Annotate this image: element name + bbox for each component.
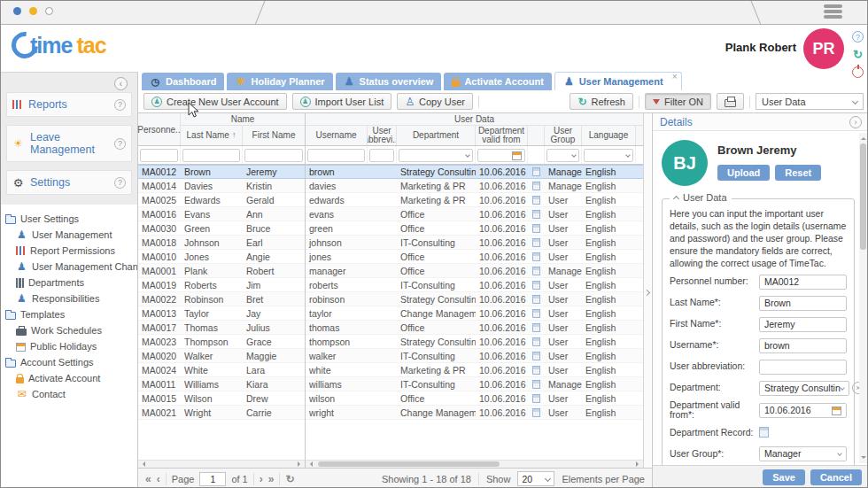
fieldset-legend[interactable]: User Data [670,192,732,203]
scroll-down-icon[interactable] [861,456,866,461]
column-header-language[interactable]: Language [582,126,636,145]
table-row[interactable]: thompson Strategy Consulting 10.06.2016 … [306,335,643,349]
upload-button[interactable]: Upload [717,165,770,181]
last-page-icon[interactable]: » [268,473,275,485]
table-row[interactable]: green Office 10.06.2016 User English [306,221,643,236]
department-select[interactable]: Strategy Consultin [759,381,849,396]
sidebar-tree-item[interactable]: Work Schedules [1,322,137,338]
column-header-first-name[interactable]: First Name [243,126,305,145]
section-help-icon[interactable] [114,99,126,111]
close-icon[interactable] [672,72,678,81]
window-dot-yellow-icon[interactable] [29,7,37,15]
first-page-icon[interactable]: « [145,473,151,485]
table-row[interactable]: MA0023 Thompson Grace [138,335,305,349]
refresh-icon[interactable] [852,49,864,60]
record-icon[interactable] [532,267,540,275]
table-row[interactable]: MA0019 Roberts Jim [138,278,305,292]
sidebar-tree-item[interactable]: Activate Account [1,370,137,386]
sidebar-tree-item[interactable]: User Settings [1,211,137,227]
section-help-icon[interactable] [114,177,126,189]
last-name-field[interactable]: Brown [759,296,847,311]
table-row[interactable]: MA0017 Thomas Julius [138,321,305,335]
record-icon[interactable] [532,352,540,360]
sidebar-tree-item[interactable]: Account Settings [1,354,137,370]
record-icon[interactable] [532,380,540,389]
record-icon[interactable] [532,281,540,290]
table-row[interactable]: MA0024 White Lara [138,363,305,377]
column-header-record[interactable] [528,126,545,145]
details-scrollbar[interactable] [859,133,867,463]
sidebar-tree-item[interactable]: Responsibilities [1,290,137,306]
column-header-personnel[interactable]: Personne.. [138,113,181,145]
first-name-field[interactable]: Jeremy [759,317,847,332]
table-row[interactable]: manager Office 10.06.2016 Manager Englis… [306,264,643,278]
cancel-button[interactable]: Cancel [810,469,862,485]
record-icon[interactable] [532,238,540,247]
copy-user-button[interactable]: Copy User [397,93,473,110]
sidebar-tree-item[interactable]: Public Holidays [1,338,137,354]
sidebar-tree-item[interactable]: Contact [1,386,137,402]
table-row[interactable]: MA0012 Brown Jeremy [138,165,305,179]
scroll-right-icon[interactable] [298,461,303,467]
record-icon[interactable] [532,182,540,190]
column-header-department[interactable]: Department [397,126,476,145]
h-scrollbar-scroll[interactable] [306,460,643,468]
sidebar-tree-item[interactable]: User Management Changelog [1,259,137,275]
calendar-icon[interactable] [832,407,841,415]
record-icon[interactable] [532,408,540,417]
record-icon[interactable] [532,196,540,205]
table-row[interactable]: johnson IT-Consulting 10.06.2016 User En… [306,236,643,250]
next-page-icon[interactable]: › [260,473,263,485]
record-icon[interactable] [532,252,540,261]
table-row[interactable]: edwards Marketing & PR 10.06.2016 User E… [306,193,643,207]
record-icon[interactable] [532,309,540,318]
filter-first-name-input[interactable] [244,149,303,162]
sidebar-tree-item[interactable]: Departments [1,275,137,290]
filter-department-select[interactable] [399,149,473,162]
scroll-left-icon[interactable] [140,461,145,467]
table-row[interactable]: MA0013 Taylor Jay [138,306,305,321]
tab[interactable]: User Management [554,72,682,90]
table-row[interactable]: evans Office 10.06.2016 User English [306,207,643,221]
scroll-right-icon[interactable] [636,461,641,467]
tab[interactable]: Activate Account [444,73,551,90]
import-user-list-button[interactable]: Import User List [292,93,392,110]
table-row[interactable]: MA0016 Evans Ann [138,207,305,221]
filter-user-group-select[interactable] [546,149,579,162]
record-icon[interactable] [532,210,540,219]
sidebar-tree-item[interactable]: Report Permissions [1,243,137,259]
column-header-abbreviation[interactable]: User abbrevi... [368,126,397,145]
table-row[interactable]: MA0015 Wilson Drew [138,391,305,406]
sidebar-section[interactable]: Leave Management [6,125,132,162]
h-scrollbar-frozen[interactable] [138,460,305,468]
username-field[interactable]: brown [759,338,847,353]
table-row[interactable]: davies Marketing & PR 10.06.2016 Manager… [306,179,643,193]
table-row[interactable]: white Marketing & PR 10.06.2016 User Eng… [306,363,643,377]
tab[interactable]: Holiday Planner [227,73,332,90]
record-icon[interactable] [759,427,769,438]
scroll-up-icon[interactable] [861,135,866,140]
filter-last-name-input[interactable] [182,149,240,162]
table-row[interactable]: MA0025 Edwards Gerald [138,193,305,207]
personnel-number-field[interactable]: MA0012 [759,275,847,290]
table-row[interactable]: wright Change Management 10.06.2016 User… [306,406,643,420]
table-row[interactable]: MA0021 Wright Carrie [138,406,305,420]
window-dot-white-icon[interactable] [45,7,53,15]
record-icon[interactable] [532,337,540,346]
help-icon[interactable] [852,31,864,43]
section-help-icon[interactable] [114,138,126,150]
save-button[interactable]: Save [763,469,805,485]
table-row[interactable]: brown Strategy Consulting 10.06.2016 Man… [306,165,643,179]
sidebar-tree-item[interactable]: User Management [1,227,137,243]
table-row[interactable]: MA0030 Green Bruce [138,221,305,236]
table-row[interactable]: MA0020 Walker Maggie [138,349,305,363]
avatar[interactable]: PR [803,28,844,69]
scroll-left-icon[interactable] [307,461,313,467]
power-icon[interactable] [852,66,864,78]
record-icon[interactable] [532,366,540,375]
filter-username-input[interactable] [307,149,365,162]
window-controls[interactable] [13,7,53,15]
record-icon[interactable] [532,167,540,176]
filter-abbreviation-input[interactable] [369,149,394,162]
column-header-valid-from[interactable]: Department valid from [476,126,528,145]
